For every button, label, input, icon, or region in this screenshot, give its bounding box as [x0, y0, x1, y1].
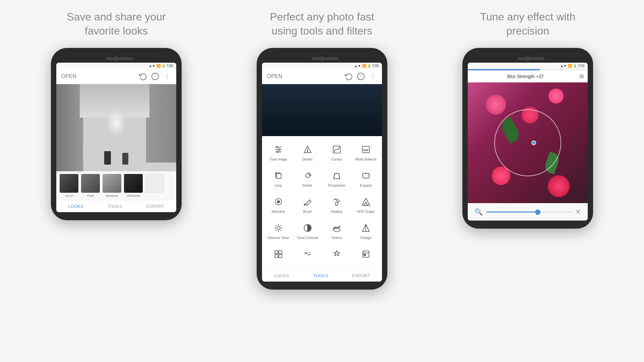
tool-white-balance[interactable]: WB White Balance	[351, 139, 380, 166]
grid-icon[interactable]: ⊞	[579, 73, 584, 79]
rotate-icon[interactable]	[139, 72, 147, 80]
bw-city-scene	[56, 84, 176, 171]
panel-1-title: Save and share your favorite looks	[53, 10, 180, 38]
panel-1: Save and share your favorite looks ▲▼ 📶 …	[24, 10, 209, 220]
info-icon-2[interactable]	[357, 72, 365, 80]
tool-vintage[interactable]: Vintage	[351, 218, 380, 244]
tool-selective[interactable]: Selective	[264, 192, 293, 218]
svg-line-24	[338, 173, 340, 179]
nav-looks-1[interactable]: LOOKS	[68, 204, 83, 209]
svg-line-41	[275, 225, 276, 226]
nav-tools-1[interactable]: TOOLS	[108, 204, 122, 209]
tool-details[interactable]: Details	[293, 139, 322, 166]
bottom-nav-1: LOOKS TOOLS EXPORT	[56, 200, 176, 212]
tool-extra-1[interactable]	[264, 244, 293, 266]
look-thumb-silhouette[interactable]: Silhouette	[124, 174, 143, 197]
effect-slider[interactable]	[486, 212, 572, 213]
header-icons-2: ⋮	[345, 72, 377, 80]
tool-glamour-glow[interactable]: Glamour Glow	[264, 218, 293, 244]
tool-glamour-glow-label: Glamour Glow	[268, 236, 289, 240]
rotate-icon-2[interactable]	[345, 72, 353, 80]
svg-line-44	[275, 230, 276, 231]
looks-strip-1: ne Art Push Structure Silhouette	[56, 171, 176, 200]
slider-thumb[interactable]	[535, 209, 540, 215]
tool-brush[interactable]: Brush	[293, 192, 322, 218]
svg-line-42	[280, 230, 281, 231]
svg-rect-56	[364, 254, 366, 256]
glamour-glow-icon	[272, 222, 284, 234]
hdr-scape-icon	[360, 196, 372, 208]
tool-expand[interactable]: Expand	[351, 166, 380, 192]
status-icons-1: ▲▼ 📶 🔋 7:00	[149, 64, 173, 68]
more-icon[interactable]: ⋮	[163, 72, 171, 80]
status-bar-2: ▲▼ 📶 🔋 7:00	[262, 63, 382, 69]
tool-curves[interactable]: Curves	[322, 139, 351, 166]
tool-healing[interactable]: Healing	[322, 192, 351, 218]
blur-strength-label: Blur Strength +37	[472, 74, 579, 79]
svg-point-36	[277, 227, 280, 230]
look-thumb-push[interactable]: Push	[81, 174, 100, 197]
tool-selective-label: Selective	[271, 210, 285, 214]
tool-hdr-scape[interactable]: HDR Scape	[351, 192, 380, 218]
phone-1-bottom-bar	[56, 212, 176, 215]
phone3-bottom: 🔍 ✕	[468, 203, 588, 221]
svg-line-43	[280, 225, 281, 226]
tool-rotate-label: Rotate	[303, 184, 312, 188]
drama-icon	[331, 222, 343, 234]
tune-image-icon	[272, 143, 284, 156]
focus-dot[interactable]	[531, 140, 536, 145]
close-bottom-icon[interactable]: ✕	[575, 208, 581, 216]
tool-perspective-label: Perspective	[328, 184, 345, 188]
focus-circle[interactable]	[494, 109, 561, 176]
tool-perspective[interactable]: Perspective	[322, 166, 351, 192]
photo-area-1	[56, 84, 176, 171]
phone-2-screen: ▲▼ 📶 🔋 7:00 OPEN	[262, 63, 382, 282]
status-icons-2: ▲▼ 📶 🔋 7:00	[355, 64, 379, 68]
flower-5	[548, 175, 570, 197]
crop-icon	[272, 170, 284, 182]
svg-rect-51	[279, 251, 282, 254]
look-thumb-empty[interactable]	[145, 174, 164, 197]
svg-point-14	[307, 151, 308, 152]
phone-2-bottom-bar	[262, 282, 382, 284]
bottom-nav-2: LOOKS TOOLS EXPORT	[262, 269, 382, 282]
nav-export-2[interactable]: EXPORT	[352, 273, 370, 278]
nav-tools-2[interactable]: TOOLS	[313, 273, 328, 278]
tool-crop[interactable]: Crop	[264, 166, 293, 192]
svg-marker-35	[364, 202, 368, 205]
phone-3-camera	[525, 56, 530, 61]
tool-drama[interactable]: Drama	[322, 218, 351, 244]
svg-rect-33	[335, 202, 338, 205]
vintage-icon	[360, 222, 372, 234]
svg-point-11	[277, 151, 278, 153]
tool-extra-4[interactable]	[351, 244, 380, 266]
perspective-icon	[331, 170, 343, 182]
info-icon[interactable]	[151, 72, 159, 80]
tool-extra-2[interactable]	[293, 244, 322, 266]
tool-rotate[interactable]: Rotate	[293, 166, 322, 192]
status-time-2: 7:00	[372, 64, 379, 68]
search-bottom-icon[interactable]: 🔍	[474, 208, 483, 216]
tool-tune-image[interactable]: Tune Image	[264, 139, 293, 166]
status-bar-3: ▲▼ 📶 🔋 7:00	[468, 63, 588, 69]
nav-looks-2[interactable]: LOOKS	[274, 273, 289, 278]
phone-1-screen: ▲▼ 📶 🔋 7:00 OPEN	[56, 63, 176, 212]
tool-extra-3[interactable]	[322, 244, 351, 266]
white-balance-icon: WB	[360, 143, 372, 156]
tool-tonal-contrast[interactable]: Tonal Contrast	[293, 218, 322, 244]
phone-2-speaker	[312, 57, 339, 60]
tool-white-balance-label: White Balance	[355, 158, 376, 162]
look-label-push: Push	[87, 194, 94, 197]
panel-2: Perfect any photo fast using tools and f…	[230, 10, 415, 290]
phone-1-speaker	[106, 57, 133, 60]
app-header-2: OPEN	[262, 69, 382, 84]
nav-export-1[interactable]: EXPORT	[146, 204, 164, 209]
phone-2-camera	[320, 56, 324, 61]
more-icon-2[interactable]: ⋮	[369, 72, 377, 80]
flower-1	[486, 95, 506, 115]
look-thumb-structure[interactable]: Structure	[103, 174, 121, 197]
tool-crop-label: Crop	[275, 184, 282, 188]
look-thumb-art[interactable]: ne Art	[60, 174, 78, 197]
status-time-1: 7:00	[167, 64, 173, 68]
svg-rect-53	[279, 254, 282, 257]
